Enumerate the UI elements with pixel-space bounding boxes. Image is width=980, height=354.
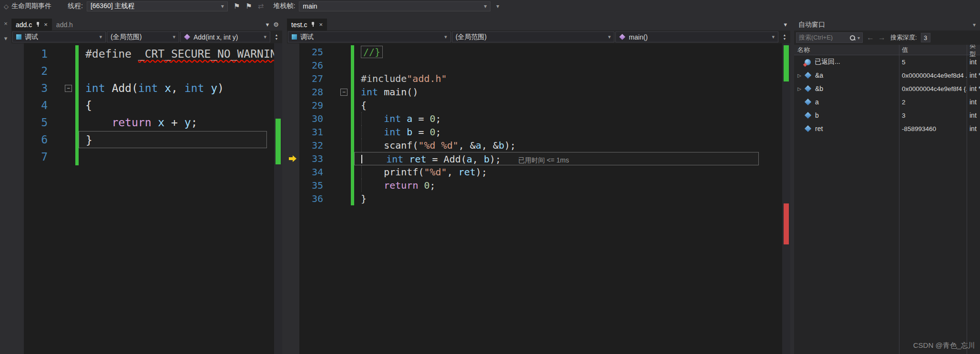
code-line-3[interactable]: 3−int Add(int x, int y) (11, 80, 282, 97)
close-icon[interactable]: × (319, 21, 323, 28)
breakpoint-margin[interactable] (287, 179, 299, 192)
scope-dropdown[interactable]: (全局范围) ▾ (452, 31, 615, 42)
outlining-margin[interactable] (328, 125, 351, 139)
breakpoint-margin[interactable] (287, 45, 299, 59)
code-text[interactable] (79, 148, 282, 165)
chevron-down-icon[interactable]: ▾ (266, 21, 269, 28)
code-text[interactable]: int b = 0; (354, 125, 790, 139)
tab-test-c[interactable]: test.c × (287, 19, 327, 30)
breakpoint-margin[interactable] (287, 85, 299, 99)
code-text[interactable]: //} (354, 45, 790, 59)
outlining-margin[interactable]: − (328, 85, 351, 99)
code-text[interactable]: #define _CRT_SECURE_NO_WARNINGS (79, 45, 282, 62)
variable-value[interactable]: 5 (899, 55, 967, 69)
code-line-2[interactable]: 2 (11, 62, 282, 80)
pin-icon[interactable] (310, 21, 316, 28)
expander-icon[interactable]: ▷ (796, 73, 803, 78)
breakpoint-margin[interactable] (11, 114, 24, 131)
tab-add-h[interactable]: add.h (52, 19, 77, 30)
code-text[interactable]: return 0; (354, 179, 790, 192)
editor-test-c[interactable]: 25//}2627#include"add.h"28−int main()29{… (287, 43, 790, 354)
column-divider[interactable] (967, 45, 967, 354)
autos-title-bar[interactable]: 自动窗口 ▾ (794, 19, 980, 30)
code-text[interactable]: } (79, 131, 267, 148)
code-text[interactable]: int main() (354, 85, 790, 99)
code-line-32[interactable]: 32 scanf("%d %d", &a, &b); (287, 139, 790, 152)
gear-icon[interactable]: ⚙ (273, 21, 279, 28)
code-line-35[interactable]: 35 return 0; (287, 179, 790, 192)
variable-value[interactable]: 0x0000004c4e9ef8f4 {...} (899, 82, 967, 95)
chevron-down-icon[interactable]: ▾ (784, 21, 787, 28)
code-text[interactable]: scanf("%d %d", &a, &b); (354, 139, 790, 152)
breakpoint-margin[interactable] (287, 165, 299, 179)
toolbar-overflow-icon[interactable]: ▾ (496, 3, 499, 10)
outlining-margin[interactable] (328, 179, 351, 192)
right-editor-scrollbar[interactable] (782, 43, 790, 354)
variable-value[interactable]: -858993460 (899, 122, 967, 135)
outlining-margin[interactable] (328, 165, 351, 179)
variable-name-cell[interactable]: ret (794, 122, 899, 135)
code-text[interactable] (79, 62, 282, 80)
code-text[interactable]: #include"add.h" (354, 72, 790, 85)
chevron-down-icon[interactable]: ▾ (858, 35, 860, 40)
breakpoint-margin[interactable] (287, 192, 299, 205)
close-icon[interactable]: × (44, 21, 48, 28)
variable-name-cell[interactable]: ▷&b (794, 82, 899, 95)
search-depth-value[interactable]: 3 (921, 33, 930, 42)
code-text[interactable]: { (354, 99, 790, 112)
outlining-margin[interactable] (328, 59, 351, 72)
column-divider[interactable] (899, 45, 899, 354)
outlining-margin[interactable] (52, 62, 75, 80)
autos-row[interactable]: ret-858993460int (794, 122, 980, 135)
code-line-34[interactable]: 34 printf("%d", ret); (287, 165, 790, 179)
code-text[interactable] (354, 59, 790, 72)
flag-marks-icon[interactable]: ⚑ (245, 2, 252, 10)
search-back-button[interactable]: ← (867, 33, 874, 42)
code-line-27[interactable]: 27#include"add.h" (287, 72, 790, 85)
autos-row[interactable]: b3int (794, 109, 980, 122)
variable-name-cell[interactable]: 已返回... (794, 55, 899, 69)
breakpoint-margin[interactable] (287, 152, 299, 165)
autos-row[interactable]: ▷&a0x0000004c4e9ef8d4 ...int * (794, 69, 980, 82)
breakpoint-margin[interactable] (287, 99, 299, 112)
variable-name-cell[interactable]: b (794, 109, 899, 122)
code-line-29[interactable]: 29{ (287, 99, 790, 112)
breakpoint-margin[interactable] (287, 59, 299, 72)
pin-icon[interactable] (35, 21, 41, 28)
variable-value[interactable]: 3 (899, 109, 967, 122)
variable-name-cell[interactable]: a (794, 95, 899, 109)
window-menu-chevron-icon[interactable]: ▾ (973, 21, 976, 28)
close-icon[interactable]: × (4, 20, 8, 27)
breakpoint-margin[interactable] (11, 131, 24, 148)
breakpoint-margin[interactable] (11, 62, 24, 80)
outlining-margin[interactable] (52, 148, 75, 165)
search-forward-button[interactable]: → (878, 33, 886, 42)
code-line-30[interactable]: 30 int a = 0; (287, 112, 790, 125)
variable-value[interactable]: 2 (899, 95, 967, 109)
variable-value[interactable]: 0x0000004c4e9ef8d4 ... (899, 69, 967, 82)
outlining-margin[interactable] (328, 99, 351, 112)
code-text[interactable]: } (354, 192, 790, 205)
autos-row[interactable]: 已返回...5int (794, 55, 980, 69)
code-line-26[interactable]: 26 (287, 59, 790, 72)
split-editor-button[interactable]: ▲ ▼ (271, 30, 282, 43)
autos-row[interactable]: a2int (794, 95, 980, 109)
breakpoint-margin[interactable] (287, 139, 299, 152)
breakpoint-margin[interactable] (11, 97, 24, 114)
outlining-margin[interactable] (52, 131, 75, 148)
breakpoint-margin[interactable] (287, 72, 299, 85)
outlining-margin[interactable] (328, 152, 351, 165)
member-dropdown[interactable]: main() ▾ (615, 31, 778, 42)
code-text[interactable]: printf("%d", ret); (354, 165, 790, 179)
code-text[interactable]: int a = 0; (354, 112, 790, 125)
autos-row[interactable]: ▷&b0x0000004c4e9ef8f4 {...}int * (794, 82, 980, 95)
code-text[interactable]: int ret = Add(a, b);已用时间 <= 1ms (354, 152, 759, 165)
outlining-margin[interactable] (52, 45, 75, 62)
project-dropdown[interactable]: 调试 ▾ (288, 31, 451, 42)
split-editor-button[interactable]: ▲ ▼ (779, 30, 790, 43)
column-header-name[interactable]: 名称 (794, 46, 899, 54)
code-line-36[interactable]: 36} (287, 192, 790, 205)
thread-dropdown[interactable]: [66360] 主线程 ▾ (87, 1, 228, 11)
code-line-4[interactable]: 4{ (11, 97, 282, 114)
code-text[interactable]: int Add(int x, int y) (79, 80, 282, 97)
